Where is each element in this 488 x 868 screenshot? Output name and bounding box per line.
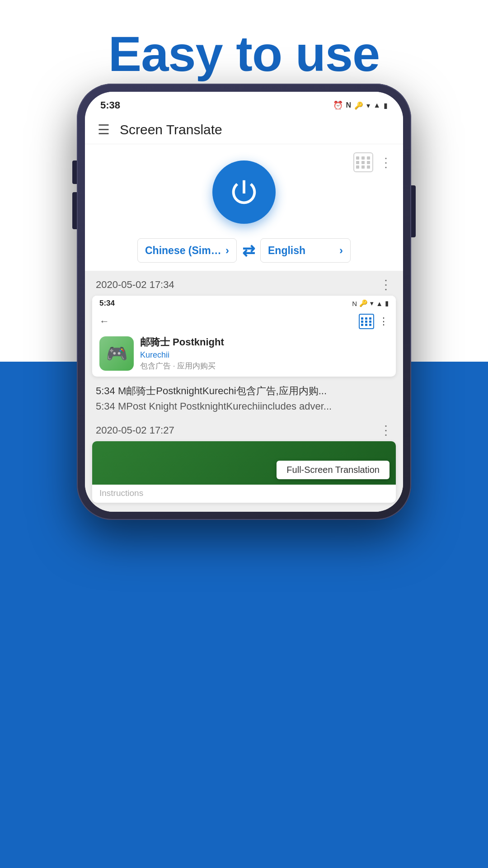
app-bar-title: Screen Translate: [120, 122, 222, 137]
phone-screen: 5:38 ⏰ N 🔑 ▾ ▲ ▮ ☰ Screen Translate: [85, 92, 403, 512]
mini-back-icon[interactable]: ←: [99, 316, 109, 327]
top-right-controls: ⋮: [353, 152, 392, 172]
menu-icon[interactable]: ☰: [98, 122, 110, 137]
power-toggle-button[interactable]: [212, 160, 276, 224]
wifi-icon: ▾: [366, 101, 370, 110]
alarm-icon: ⏰: [333, 100, 343, 110]
instructions-row: Instructions: [92, 485, 396, 503]
history-menu-2[interactable]: ⋮: [380, 423, 392, 438]
app-icon: 🎮: [99, 336, 134, 371]
status-bar: 5:38 ⏰ N 🔑 ▾ ▲ ▮: [85, 92, 403, 115]
history-menu-1[interactable]: ⋮: [380, 277, 392, 292]
swap-languages-button[interactable]: ⇄: [242, 241, 255, 259]
mini-right-icons: ⋮: [359, 314, 389, 329]
power-section: ⋮: [85, 144, 403, 234]
source-lang-label: Chinese (Simpli...: [145, 245, 222, 257]
app-subtitle: 包含广告 · 应用内购买: [140, 361, 224, 371]
mini-status-bar: 5:34 N 🔑 ▾ ▲ ▮: [92, 296, 396, 311]
app-name: 邮骑士 Postknight: [140, 335, 224, 349]
history-date-2: 2020-05-02 17:27: [96, 425, 174, 436]
signal-icon: ▲: [373, 101, 380, 109]
mini-three-dots[interactable]: ⋮: [379, 316, 389, 327]
power-menu-dots[interactable]: ⋮: [380, 155, 392, 170]
app-developer: Kurechii: [140, 350, 224, 360]
battery-icon: ▮: [384, 101, 388, 110]
translation-text-rows: 5:34 M邮骑士PostknightKurechi包含广告,应用内购... 5…: [92, 381, 396, 417]
target-lang-chevron: ›: [339, 244, 343, 257]
fullscreen-badge: Full-Screen Translation: [277, 461, 389, 479]
screenshot-grid-icon[interactable]: [353, 152, 373, 172]
history-date-1: 2020-05-02 17:34: [96, 279, 174, 291]
fullscreen-preview-area: Full-Screen Translation: [92, 441, 396, 485]
phone-shell: 5:38 ⏰ N 🔑 ▾ ▲ ▮ ☰ Screen Translate: [77, 84, 411, 520]
target-lang-label: English: [268, 245, 305, 257]
history-section: 2020-05-02 17:34 ⋮ 5:34 N 🔑 ▾ ▲: [85, 271, 403, 512]
mini-app-bar: ←: [92, 311, 396, 332]
volume-up-button: [72, 160, 77, 184]
source-lang-chevron: ›: [225, 244, 229, 257]
fullscreen-badge-label: Full-Screen Translation: [286, 465, 380, 475]
mini-signal-icon: ▲: [376, 300, 383, 307]
app-info-row: 🎮 邮骑士 Postknight Kurechii 包含广告 · 应用内购买: [92, 332, 396, 377]
app-bar: ☰ Screen Translate: [85, 115, 403, 144]
mini-nfc-icon: N: [352, 300, 357, 307]
mini-key-icon: 🔑: [359, 299, 368, 307]
status-icons: ⏰ N 🔑 ▾ ▲ ▮: [333, 100, 388, 110]
mini-status-icons: N 🔑 ▾ ▲ ▮: [352, 299, 389, 307]
history-date-row-1: 2020-05-02 17:34 ⋮: [92, 271, 396, 296]
status-time: 5:38: [100, 99, 120, 111]
mini-battery-icon: ▮: [385, 299, 389, 307]
app-text-info: 邮骑士 Postknight Kurechii 包含广告 · 应用内购买: [140, 335, 224, 371]
page-title: Easy to use: [0, 0, 488, 82]
key-icon: 🔑: [354, 101, 363, 110]
original-text: 5:34 M邮骑士PostknightKurechi包含广告,应用内购...: [96, 383, 392, 399]
source-language-button[interactable]: Chinese (Simpli... ›: [137, 238, 237, 263]
power-side-button: [411, 185, 416, 237]
mini-screenshot-icon[interactable]: [359, 314, 374, 329]
instructions-label: Instructions: [99, 488, 143, 498]
fullscreen-translation-card: Full-Screen Translation Instructions: [92, 441, 396, 503]
target-language-button[interactable]: English ›: [260, 238, 351, 263]
mini-status-time: 5:34: [99, 299, 115, 308]
phone-mockup: 5:38 ⏰ N 🔑 ▾ ▲ ▮ ☰ Screen Translate: [77, 84, 411, 520]
mini-wifi-icon: ▾: [370, 299, 374, 307]
nfc-icon: N: [346, 101, 352, 109]
language-selector: Chinese (Simpli... › ⇄ English ›: [85, 234, 403, 271]
power-icon: [228, 176, 260, 208]
translated-text: 5:34 MPost Knight PostknightKurechiinclu…: [96, 399, 392, 414]
volume-down-button: [72, 192, 77, 229]
history-card-1: 5:34 N 🔑 ▾ ▲ ▮ ←: [92, 296, 396, 377]
history-date-row-2: 2020-05-02 17:27 ⋮: [92, 417, 396, 441]
